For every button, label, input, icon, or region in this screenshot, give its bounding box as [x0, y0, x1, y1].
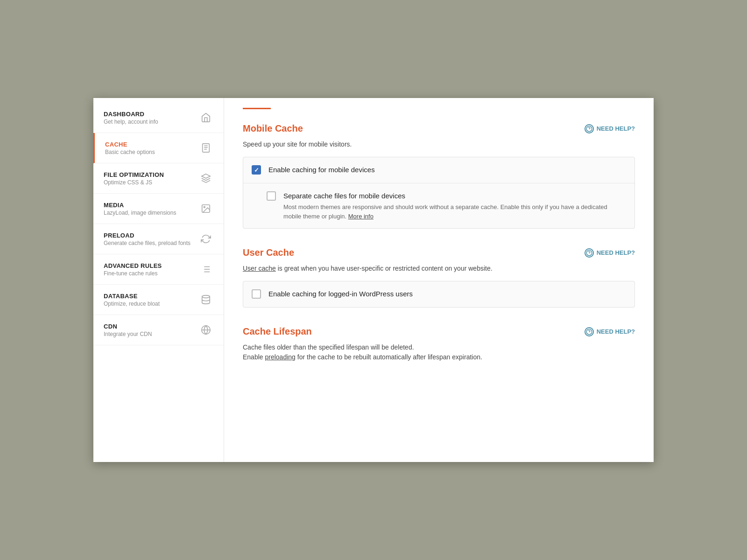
sidebar-item-media[interactable]: MEDIA LazyLoad, image dimensions	[93, 194, 224, 224]
sidebar-item-title-dashboard: DASHBOARD	[104, 111, 198, 118]
section-cache-lifespan: Cache Lifespan NEED HELP? Cache files ol…	[243, 326, 635, 362]
need-help-icon	[585, 124, 594, 133]
sidebar-item-text-cache: CACHE Basic cache options	[105, 141, 198, 155]
option-box-user-cache: Enable caching for logged-in WordPress u…	[243, 281, 635, 308]
section-user-cache: User Cache NEED HELP? User cache is grea…	[243, 247, 635, 308]
main-content: Mobile Cache NEED HELP? Speed up your si…	[224, 98, 654, 462]
sidebar-item-subtitle-media: LazyLoad, image dimensions	[104, 210, 198, 216]
sidebar-icon-file-optimization	[198, 171, 213, 186]
section-title-mobile-cache: Mobile Cache	[243, 123, 303, 134]
svg-point-13	[202, 295, 210, 298]
sidebar-item-title-preload: PRELOAD	[104, 232, 198, 239]
option-label-wrapper-enable-mobile-caching: Enable caching for mobile devices	[268, 165, 375, 175]
sidebar-item-text-file-optimization: FILE OPTIMIZATION Optimize CSS & JS	[104, 171, 198, 186]
sidebar: DASHBOARD Get help, account info CACHE B…	[93, 98, 224, 462]
section-desc-cache-lifespan: Cache files older than the specified lif…	[243, 343, 635, 362]
section-desc-mobile-cache: Speed up your site for mobile visitors.	[243, 140, 635, 149]
need-help-label: NEED HELP?	[597, 328, 635, 335]
option-row-enable-mobile-caching: ✓Enable caching for mobile devices	[243, 157, 634, 183]
sidebar-item-subtitle-cdn: Integrate your CDN	[104, 331, 198, 337]
more-info-link[interactable]: More info	[348, 213, 374, 220]
section-desc-user-cache: User cache is great when you have user-s…	[243, 264, 635, 273]
sidebar-item-subtitle-preload: Generate cache files, preload fonts	[104, 240, 198, 246]
sidebar-item-title-advanced-rules: ADVANCED RULES	[104, 262, 198, 269]
svg-rect-0	[203, 144, 210, 152]
section-title-cache-lifespan: Cache Lifespan	[243, 326, 312, 337]
preloading-link[interactable]: preloading	[265, 353, 295, 361]
need-help-cache-lifespan[interactable]: NEED HELP?	[585, 327, 635, 336]
sidebar-item-title-database: DATABASE	[104, 293, 198, 300]
need-help-label: NEED HELP?	[597, 125, 635, 132]
sidebar-icon-preload	[198, 231, 213, 246]
option-label-enable-logged-in-caching: Enable caching for logged-in WordPress u…	[268, 289, 413, 299]
sidebar-item-title-media: MEDIA	[104, 202, 198, 209]
sidebar-item-subtitle-dashboard: Get help, account info	[104, 119, 198, 125]
option-label-enable-mobile-caching: Enable caching for mobile devices	[268, 165, 375, 175]
sidebar-item-title-cdn: CDN	[104, 323, 198, 330]
sidebar-item-text-advanced-rules: ADVANCED RULES Fine-tune cache rules	[104, 262, 198, 277]
option-row-enable-logged-in-caching: Enable caching for logged-in WordPress u…	[243, 281, 634, 307]
sidebar-item-text-dashboard: DASHBOARD Get help, account info	[104, 111, 198, 125]
need-help-label: NEED HELP?	[597, 249, 635, 256]
sidebar-item-dashboard[interactable]: DASHBOARD Get help, account info	[93, 103, 224, 133]
section-header-user-cache: User Cache NEED HELP?	[243, 247, 635, 258]
sidebar-item-text-preload: PRELOAD Generate cache files, preload fo…	[104, 232, 198, 246]
sidebar-item-title-file-optimization: FILE OPTIMIZATION	[104, 171, 198, 178]
need-help-icon	[585, 327, 594, 336]
sidebar-item-subtitle-database: Optimize, reduce bloat	[104, 301, 198, 307]
need-help-icon	[585, 248, 594, 258]
checkbox-wrapper-enable-logged-in-caching	[252, 289, 262, 300]
sidebar-icon-media	[198, 201, 213, 216]
checkbox-wrapper-separate-cache-mobile	[267, 191, 277, 202]
sidebar-item-subtitle-cache: Basic cache options	[105, 149, 198, 155]
sidebar-icon-database	[198, 292, 213, 307]
section-title-user-cache: User Cache	[243, 247, 294, 258]
sidebar-item-subtitle-advanced-rules: Fine-tune cache rules	[104, 270, 198, 277]
checkmark: ✓	[254, 167, 259, 173]
checkbox-enable-mobile-caching[interactable]: ✓	[252, 165, 261, 175]
sidebar-item-database[interactable]: DATABASE Optimize, reduce bloat	[93, 285, 224, 315]
sidebar-item-text-media: MEDIA LazyLoad, image dimensions	[104, 202, 198, 216]
top-accent-bar	[243, 103, 271, 109]
sidebar-item-preload[interactable]: PRELOAD Generate cache files, preload fo…	[93, 224, 224, 254]
checkbox-separate-cache-mobile[interactable]	[267, 191, 276, 201]
checkbox-wrapper-enable-mobile-caching: ✓	[252, 165, 262, 175]
option-label-wrapper-enable-logged-in-caching: Enable caching for logged-in WordPress u…	[268, 289, 413, 299]
option-label-wrapper-separate-cache-mobile: Separate cache files for mobile devicesM…	[283, 191, 626, 221]
sidebar-item-text-cdn: CDN Integrate your CDN	[104, 323, 198, 337]
option-box-mobile-cache: ✓Enable caching for mobile devicesSepara…	[243, 157, 635, 229]
sidebar-item-file-optimization[interactable]: FILE OPTIMIZATION Optimize CSS & JS	[93, 163, 224, 194]
sidebar-item-subtitle-file-optimization: Optimize CSS & JS	[104, 179, 198, 186]
svg-point-6	[204, 206, 205, 208]
section-header-mobile-cache: Mobile Cache NEED HELP?	[243, 123, 635, 134]
sidebar-item-cache[interactable]: CACHE Basic cache options	[93, 133, 224, 163]
sidebar-icon-dashboard	[198, 110, 213, 125]
sidebar-icon-cache	[198, 140, 213, 155]
svg-marker-4	[202, 174, 210, 178]
section-header-cache-lifespan: Cache Lifespan NEED HELP?	[243, 326, 635, 337]
option-row-separate-cache-mobile: Separate cache files for mobile devicesM…	[243, 183, 634, 228]
sidebar-icon-advanced-rules	[198, 262, 213, 277]
need-help-mobile-cache[interactable]: NEED HELP?	[585, 124, 635, 133]
checkbox-enable-logged-in-caching[interactable]	[252, 289, 261, 299]
need-help-user-cache[interactable]: NEED HELP?	[585, 248, 635, 258]
option-sublabel-separate-cache-mobile: Most modern themes are responsive and sh…	[283, 203, 626, 221]
sidebar-item-title-cache: CACHE	[105, 141, 198, 148]
sidebar-item-text-database: DATABASE Optimize, reduce bloat	[104, 293, 198, 307]
option-label-separate-cache-mobile: Separate cache files for mobile devices	[283, 191, 626, 201]
user-cache-link[interactable]: User cache	[243, 265, 276, 272]
section-mobile-cache: Mobile Cache NEED HELP? Speed up your si…	[243, 123, 635, 229]
sidebar-icon-cdn	[198, 322, 213, 337]
sidebar-item-advanced-rules[interactable]: ADVANCED RULES Fine-tune cache rules	[93, 254, 224, 285]
sidebar-item-cdn[interactable]: CDN Integrate your CDN	[93, 315, 224, 345]
